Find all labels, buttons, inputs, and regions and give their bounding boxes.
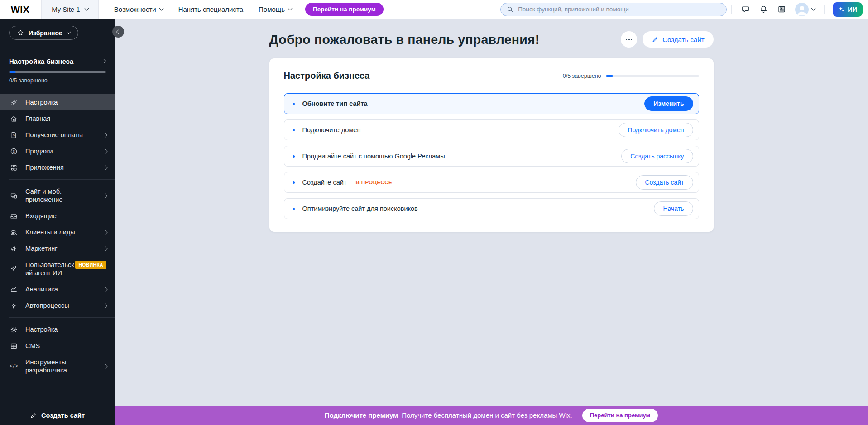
- task-create-site-button[interactable]: Создать сайт: [636, 175, 693, 190]
- table-icon: [10, 342, 18, 350]
- business-setup-card: Настройка бизнеса 0/5 завершено Обновите…: [269, 58, 714, 232]
- apps-grid-icon: [10, 164, 18, 172]
- sidebar-collapse-button[interactable]: [112, 26, 124, 38]
- sidebar-item-analytics[interactable]: Аналитика: [0, 281, 115, 297]
- chevron-right-icon: [103, 287, 108, 291]
- sidebar-item-contacts[interactable]: Клиенты и лиды: [0, 224, 115, 240]
- sidebar: Избранное Настройка бизнеса 0/5 завершен…: [0, 19, 115, 425]
- chevron-right-icon: [103, 364, 108, 368]
- ai-assistant-button[interactable]: ИИ: [833, 2, 863, 17]
- ai-button-label: ИИ: [848, 6, 857, 13]
- nav-features[interactable]: Возможности: [114, 5, 163, 13]
- upgrade-premium-button[interactable]: Перейти на премиум: [305, 3, 384, 16]
- chat-icon[interactable]: [736, 0, 754, 19]
- sidebar-item-label: Инструменты разработчика: [25, 358, 84, 374]
- sidebar-item-home[interactable]: Главная: [0, 110, 115, 127]
- chevron-down-icon: [288, 6, 293, 11]
- account-menu[interactable]: [795, 3, 815, 16]
- sidebar-item-label: Входящие: [25, 212, 57, 220]
- sidebar-menu: Настройка Главная $ Получение оплаты $ П…: [0, 91, 115, 406]
- topbar: WIX My Site 1 Возможности Нанять специал…: [0, 0, 868, 19]
- sidebar-item-automations[interactable]: Автопроцессы: [0, 297, 115, 314]
- sidebar-item-label: Главная: [25, 115, 50, 123]
- nav-hire-label: Нанять специалиста: [178, 5, 243, 13]
- create-site-label: Создать сайт: [41, 412, 85, 419]
- people-icon: [10, 229, 18, 236]
- task-change-button[interactable]: Изменить: [644, 96, 693, 111]
- sidebar-item-label: Настройка: [25, 98, 58, 106]
- task-connect-domain-button[interactable]: Подключить домен: [619, 123, 693, 137]
- banner-premium-button[interactable]: Перейти на премиум: [582, 409, 658, 422]
- task-row-connect-domain: Подключите домен Подключить домен: [284, 119, 699, 140]
- star-icon: [17, 29, 24, 36]
- setup-progress-bar: [9, 71, 106, 73]
- site-switcher[interactable]: My Site 1: [41, 0, 99, 19]
- chevron-right-icon: [103, 230, 108, 234]
- chevron-right-icon: [102, 59, 106, 64]
- chevron-down-icon: [159, 6, 163, 11]
- sidebar-item-label: Автопроцессы: [25, 301, 69, 310]
- sidebar-item-label: Аналитика: [25, 285, 58, 293]
- main-content: Добро пожаловать в панель управления! Со…: [115, 19, 868, 406]
- task-label: Обновите тип сайта: [302, 100, 368, 107]
- sidebar-item-site-and-app[interactable]: Сайт и моб. приложение: [0, 183, 115, 208]
- sparkle-icon: [838, 6, 845, 13]
- news-feed-icon[interactable]: [772, 0, 791, 19]
- sidebar-item-ai-agent[interactable]: Пользовательский агент ИИ НОВИНКА: [0, 257, 115, 281]
- nav-hire-professional[interactable]: Нанять специалиста: [178, 5, 243, 13]
- task-label: Подключите домен: [302, 126, 361, 134]
- devices-icon: [10, 192, 18, 200]
- sidebar-item-settings[interactable]: Настройка: [0, 321, 115, 338]
- nav-help[interactable]: Помощь: [259, 5, 292, 13]
- pencil-icon: [30, 412, 37, 419]
- task-start-button[interactable]: Начать: [654, 201, 693, 216]
- rocket-icon: [10, 99, 18, 106]
- task-list: Обновите тип сайта Изменить Подключите д…: [284, 93, 699, 219]
- sidebar-item-label: Маркетинг: [25, 244, 58, 253]
- task-label: Оптимизируйте сайт для поисковиков: [302, 205, 418, 212]
- chevron-down-icon: [66, 30, 71, 34]
- create-site-button[interactable]: Создать сайт: [643, 31, 713, 48]
- inbox-icon: [10, 212, 18, 220]
- sidebar-item-label: CMS: [25, 342, 40, 350]
- search-input[interactable]: [517, 5, 720, 13]
- code-icon: </>: [10, 363, 18, 370]
- sidebar-create-site[interactable]: Создать сайт: [0, 406, 115, 425]
- sidebar-item-dev-tools[interactable]: </> Инструменты разработчика: [0, 354, 115, 378]
- sidebar-item-payments[interactable]: $ Получение оплаты: [0, 127, 115, 143]
- sidebar-item-setup[interactable]: Настройка: [0, 94, 115, 110]
- sidebar-item-inbox[interactable]: Входящие: [0, 208, 115, 224]
- sidebar-item-apps[interactable]: Приложения: [0, 159, 115, 176]
- favorites-label: Избранное: [29, 29, 62, 37]
- avatar: [795, 3, 809, 16]
- banner-text: Получите бесплатный домен и сайт без рек…: [402, 411, 572, 419]
- search-bar[interactable]: [500, 3, 727, 16]
- ai-sparkle-icon: [10, 265, 18, 273]
- chevron-right-icon: [103, 165, 108, 170]
- chevron-left-icon: [116, 29, 120, 34]
- business-setup-summary[interactable]: Настройка бизнеса 0/5 завершено: [0, 49, 115, 91]
- bullet-icon: [293, 129, 295, 131]
- divider: [9, 317, 115, 318]
- more-actions-button[interactable]: [621, 31, 637, 48]
- invoice-dollar-icon: $: [10, 131, 18, 139]
- pencil-icon: [652, 36, 658, 43]
- sidebar-item-cms[interactable]: CMS: [0, 338, 115, 354]
- chevron-down-icon: [84, 6, 89, 11]
- sidebar-item-sales[interactable]: $ Продажи: [0, 143, 115, 159]
- analytics-chart-icon: [10, 286, 18, 293]
- sidebar-item-label: Продажи: [25, 147, 53, 155]
- sidebar-item-label: Приложения: [25, 163, 64, 172]
- lightning-icon: [10, 302, 18, 310]
- notifications-bell-icon[interactable]: [754, 0, 772, 19]
- task-create-campaign-button[interactable]: Создать рассылку: [621, 149, 693, 163]
- task-row-create-site: Создайте сайт В ПРОЦЕССЕ Создать сайт: [284, 172, 699, 193]
- nav-features-label: Возможности: [114, 5, 156, 13]
- chevron-right-icon: [103, 193, 108, 198]
- sidebar-item-label: Клиенты и лиды: [25, 228, 75, 236]
- chevron-right-icon: [103, 303, 108, 308]
- sidebar-item-marketing[interactable]: Маркетинг: [0, 240, 115, 257]
- favorites-dropdown[interactable]: Избранное: [9, 26, 78, 40]
- chevron-right-icon: [103, 246, 108, 251]
- wix-logo[interactable]: WIX: [0, 4, 41, 15]
